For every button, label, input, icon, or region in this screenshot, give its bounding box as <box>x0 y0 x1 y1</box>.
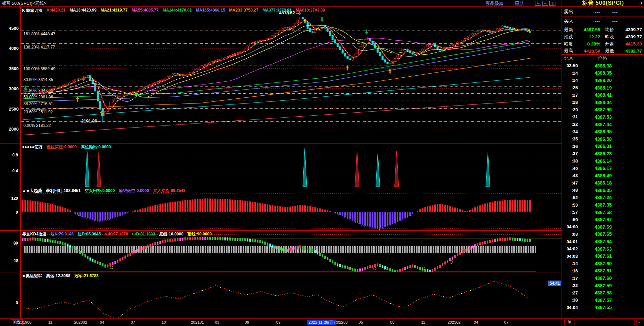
top-bar-left: 标普 500(SPCI)<周线> 商品叠加 周期 ⇦ ⇨ ◫ <box>0 0 562 6</box>
tick-list-header: 北京 价格 <box>562 55 644 62</box>
tick-row: :354386.58 <box>562 135 644 143</box>
tick-row: :244388.20 <box>562 77 644 84</box>
tick-row: :164387.61 <box>562 267 644 275</box>
tick-header-price: 价格 <box>598 55 607 61</box>
top-bar: 标普 500(SPCI)<周线> 商品叠加 周期 ⇦ ⇨ ◫ 标普 500(SP… <box>0 0 644 7</box>
svg-text:☺: ☺ <box>421 265 426 271</box>
svg-text:100.00% 3582.49: 100.00% 3582.49 <box>23 66 55 71</box>
svg-text:138.20% 4117.77: 138.20% 4117.77 <box>23 45 55 50</box>
x-axis-label: 202101 <box>191 320 204 324</box>
x-axis-label: 11 <box>48 320 52 324</box>
period-link[interactable]: 周期 <box>515 0 524 6</box>
stat-row: 幅度-0.28%开盘4415.33 <box>562 40 644 47</box>
tick-row: :254388.19 <box>562 84 644 92</box>
svg-text:☺: ☺ <box>347 265 353 271</box>
tick-row: :294387.96 <box>562 106 644 114</box>
candlestick-chart: 450040003500300025002000161.80% 4448.471… <box>0 7 562 143</box>
stat-row: 最高4418.59最低4382.77 <box>562 47 644 55</box>
indicator-panel-yiwan: 0.80.4 ●●●●●亿万低位买进:0.0000高位抛出:0.0000 <box>0 143 562 187</box>
x-axis-label: 05 <box>359 320 363 324</box>
quote-panel-bottom: 笔 ▪ <box>562 318 644 326</box>
quote-panel-header: 标普 500(SPCI) <box>562 0 644 6</box>
tick-row: :034387.65 <box>562 231 644 238</box>
tick-row: 04:034387.61 <box>562 252 644 260</box>
olympic-chart: 0 <box>0 272 562 319</box>
x-axis-label: 04 <box>474 320 478 324</box>
tick-row: :534387.35 <box>562 201 644 209</box>
split-view-icon[interactable]: ◫ <box>549 1 555 6</box>
trading-terminal: 标普 500(SPCI)<周线> 商品叠加 周期 ⇦ ⇨ ◫ 标普 500(SP… <box>0 0 644 326</box>
stat-row: 最新4387.55均价4399.77 <box>562 26 644 33</box>
indicator-panel-olympic: 0 ★奥运冠军奥运:12.3088冠军:21.6783 54.41 <box>0 272 562 318</box>
svg-text:0.00% 2181.22: 0.00% 2181.22 <box>23 123 51 128</box>
svg-text:40: 40 <box>14 258 18 263</box>
tick-row: :274387.58 <box>562 289 644 296</box>
chart-column: 450040003500300025002000161.80% 4448.471… <box>0 7 562 326</box>
svg-text:50.00% 2881.86: 50.00% 2881.86 <box>23 95 53 99</box>
svg-text:0: 0 <box>16 301 18 305</box>
tick-row: :314387.53 <box>562 113 644 121</box>
tick-row: :384387.57 <box>562 296 644 304</box>
buy-price: --- <box>579 19 600 24</box>
tick-row: 04:014387.64 <box>562 238 644 245</box>
stats-box: 最新4387.55均价4399.77涨跌-12.22昨收4399.77幅度-0.… <box>562 26 644 55</box>
svg-text:80.90% 3314.85: 80.90% 3314.85 <box>23 77 53 82</box>
tick-row: :344386.95 <box>562 128 644 135</box>
tab-tick[interactable]: 笔 <box>564 320 574 325</box>
tick-row: 04:044387.55 <box>562 304 644 311</box>
main-row: 450040003500300025002000161.80% 4448.471… <box>0 7 644 326</box>
trend-histogram-chart: 1200 <box>0 187 562 231</box>
x-axis-label: 08 <box>390 320 395 324</box>
x-axis-label: 11 <box>421 320 425 324</box>
time-axis: 周线 2021-11-26(五) 20190811202002040710202… <box>0 318 562 326</box>
corner-icon[interactable]: ▪ <box>636 320 643 325</box>
main-candle-panel: 450040003500300025002000161.80% 4448.471… <box>0 7 562 143</box>
x-axis-label: 10 <box>162 320 166 324</box>
svg-text:161.80% 4448.47: 161.80% 4448.47 <box>23 32 55 36</box>
tick-row: :244388.35 <box>562 70 644 77</box>
svg-text:38.20% 2716.51: 38.20% 2716.51 <box>23 101 53 106</box>
svg-text:2500: 2500 <box>9 107 19 112</box>
x-axis-label: 03 <box>215 320 219 324</box>
tick-row: :224387.59 <box>562 282 644 289</box>
tick-list[interactable]: 03:594388.38:244388.35:244388.20:254388.… <box>562 62 644 318</box>
svg-text:120: 120 <box>11 196 18 201</box>
next-arrow-icon[interactable]: ⇨ <box>542 1 548 6</box>
indicator-panel-trend: 1200 ▲★大趋势获利回吐:108.6451空头回补:0.0000坚绝做空:0… <box>0 187 562 230</box>
x-axis-label: 09 <box>276 320 281 324</box>
svg-text:3000: 3000 <box>9 86 19 91</box>
tick-row: :574387.58 <box>562 209 644 216</box>
prev-arrow-icon[interactable]: ⇦ <box>535 1 541 6</box>
yiwan-chart: 0.80.4 <box>0 143 562 187</box>
svg-text:0.8: 0.8 <box>12 153 18 157</box>
indicator-panel-kdj: 8040☺☺☺☺☺☺ 界文KDJ改进短K:79.0146短D:85.3045中K… <box>0 230 562 272</box>
buy-volume: --- <box>600 19 618 24</box>
tick-row: :404386.17 <box>562 165 644 172</box>
svg-text:2191.86→: 2191.86→ <box>81 118 101 123</box>
restore-window-icon[interactable] <box>638 1 642 5</box>
tick-row: 03:594388.38 <box>562 62 644 70</box>
x-axis-label: 202302 <box>448 320 460 324</box>
top-bar-links: 商品叠加 周期 ⇦ ⇨ ◫ <box>486 0 562 6</box>
tick-header-time: 北京 <box>562 55 573 61</box>
overlay-symbol-link[interactable]: 商品叠加 <box>486 0 503 6</box>
svg-text:0: 0 <box>16 210 18 215</box>
kdj-chart: 8040☺☺☺☺☺☺ <box>0 231 562 272</box>
tick-row: :524387.24 <box>562 194 644 202</box>
svg-text:23.60% 2511.92: 23.60% 2511.92 <box>23 110 53 114</box>
tick-row: :364386.31 <box>562 143 644 150</box>
buy-label: 买入 <box>562 18 579 24</box>
x-axis-label: 07 <box>504 320 509 324</box>
sell-price: --- <box>579 9 600 15</box>
svg-text:☺: ☺ <box>383 265 388 271</box>
x-axis-label: 04 <box>100 320 104 324</box>
tick-row: 04:024387.63 <box>562 245 644 253</box>
x-axis-label: 202203 <box>335 320 347 324</box>
nav-buttons: ⇦ ⇨ ◫ <box>535 1 555 6</box>
tick-row: :324387.44 <box>562 121 644 128</box>
selected-date-badge[interactable]: 2021-11-26(五) <box>307 320 336 325</box>
tick-row: :144387.60 <box>562 260 644 267</box>
svg-text:☺: ☺ <box>449 259 454 265</box>
tick-row: :434386.49 <box>562 172 644 179</box>
tick-row: :284388.04 <box>562 99 644 106</box>
